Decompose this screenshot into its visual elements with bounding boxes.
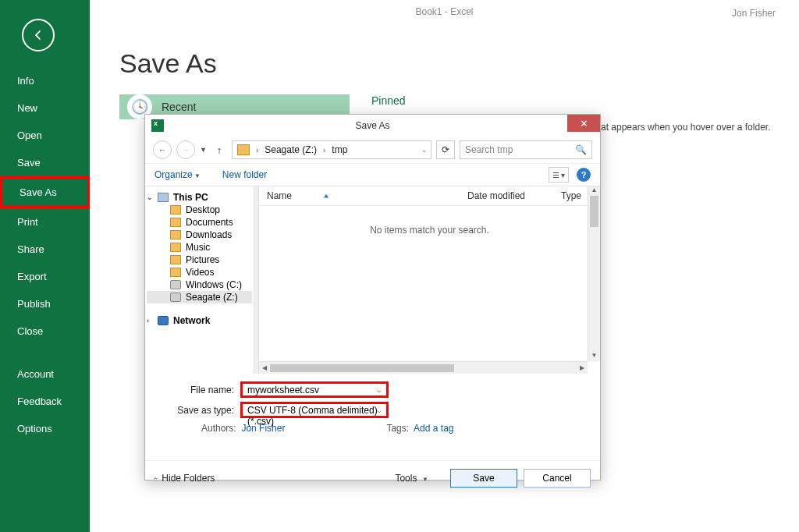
sidebar-item-feedback[interactable]: Feedback — [0, 388, 90, 415]
back-button[interactable] — [22, 19, 55, 51]
empty-message: No items match your search. — [259, 206, 600, 236]
dialog-titlebar: Save As ✕ — [145, 115, 600, 137]
nav-up-button[interactable]: ↑ — [211, 142, 227, 158]
backstage-sidebar: Info New Open Save Save As Print Share E… — [0, 0, 90, 532]
back-arrow-icon — [30, 27, 46, 43]
organize-menu[interactable]: Organize — [154, 169, 201, 180]
tree-drive-z[interactable]: Seagate (Z:) — [147, 291, 252, 303]
sidebar-item-open[interactable]: Open — [0, 122, 90, 149]
help-button[interactable]: ? — [577, 168, 591, 182]
tags-value[interactable]: Add a tag — [414, 423, 453, 434]
cancel-button[interactable]: Cancel — [524, 469, 591, 488]
tree-pictures[interactable]: Pictures — [147, 254, 252, 266]
column-headers: Name Date modified Type — [259, 186, 600, 206]
page-title: Save As — [119, 48, 799, 79]
sidebar-item-account[interactable]: Account — [0, 360, 90, 388]
sidebar-item-share[interactable]: Share — [0, 236, 90, 263]
col-date-header[interactable]: Date modified — [460, 186, 553, 205]
new-folder-button[interactable]: New folder — [222, 169, 267, 180]
excel-icon — [151, 119, 164, 132]
pinned-heading: Pinned — [371, 94, 406, 107]
search-placeholder: Search tmp — [465, 144, 513, 155]
filename-label: File name: — [154, 385, 240, 395]
save-as-dialog: Save As ✕ ← → ▼ ↑ › Seagate (Z:) › tmp ⌵… — [144, 114, 601, 481]
tree-downloads[interactable]: Downloads — [147, 229, 252, 241]
close-button[interactable]: ✕ — [567, 115, 600, 132]
authors-label: Authors: — [201, 423, 236, 434]
vertical-scrollbar[interactable]: ▲ ▼ — [588, 186, 600, 361]
pinned-hint-text: at appears when you hover over a folder. — [601, 122, 770, 133]
sidebar-item-new[interactable]: New — [0, 94, 90, 122]
folder-tree: ⌄This PC Desktop Documents Downloads Mus… — [145, 186, 254, 374]
sidebar-item-print[interactable]: Print — [0, 208, 90, 236]
sort-asc-icon — [323, 193, 329, 200]
scroll-down-icon: ▼ — [588, 352, 600, 361]
horizontal-scrollbar[interactable]: ◀ ▶ — [259, 361, 588, 374]
filename-input[interactable]: myworksheet.csv — [240, 381, 389, 398]
savetype-label: Save as type: — [154, 405, 240, 416]
window-title: Book1 - Excel — [90, 0, 799, 17]
nav-back-button[interactable]: ← — [153, 140, 172, 159]
col-name-header[interactable]: Name — [259, 186, 460, 205]
tree-music[interactable]: Music — [147, 241, 252, 254]
breadcrumb-folder[interactable]: tmp — [332, 144, 347, 155]
vscroll-thumb[interactable] — [590, 196, 598, 227]
tree-network[interactable]: ›Network — [147, 314, 252, 327]
tree-drive-c[interactable]: Windows (C:) — [147, 278, 252, 291]
hscroll-thumb[interactable] — [270, 364, 454, 372]
save-button[interactable]: Save — [450, 469, 517, 488]
tree-videos[interactable]: Videos — [147, 266, 252, 278]
hide-folders-toggle[interactable]: ‹ Hide Folders — [154, 473, 215, 484]
sidebar-item-options[interactable]: Options — [0, 415, 90, 442]
tags-label: Tags: — [386, 423, 409, 434]
tree-thispc[interactable]: ⌄This PC — [147, 191, 252, 204]
sidebar-item-export[interactable]: Export — [0, 263, 90, 290]
sidebar-item-save-as[interactable]: Save As — [0, 176, 90, 208]
breadcrumb-drive[interactable]: Seagate (Z:) — [265, 144, 317, 155]
savetype-select[interactable]: CSV UTF-8 (Comma delimited) (*.csv) — [240, 402, 389, 418]
scroll-right-icon: ▶ — [577, 364, 588, 371]
file-list-pane: Name Date modified Type No items match y… — [259, 186, 600, 374]
tree-desktop[interactable]: Desktop — [147, 204, 252, 216]
folder-icon — [237, 144, 250, 155]
nav-forward-button[interactable]: → — [176, 140, 195, 159]
search-icon: 🔍 — [575, 144, 587, 155]
sidebar-item-save[interactable]: Save — [0, 149, 90, 176]
tree-documents[interactable]: Documents — [147, 216, 252, 229]
scroll-left-icon: ◀ — [259, 364, 270, 371]
sidebar-item-info[interactable]: Info — [0, 67, 90, 94]
dialog-nav: ← → ▼ ↑ › Seagate (Z:) › tmp ⌵ ⟳ Search … — [145, 137, 600, 163]
refresh-button[interactable]: ⟳ — [436, 140, 455, 159]
search-input[interactable]: Search tmp 🔍 — [460, 140, 592, 159]
scroll-up-icon: ▲ — [588, 186, 600, 196]
view-options-button[interactable]: ☰ ▾ — [549, 167, 569, 183]
sidebar-item-close[interactable]: Close — [0, 317, 90, 345]
tools-menu[interactable]: Tools — [395, 473, 428, 484]
address-bar[interactable]: › Seagate (Z:) › tmp ⌵ — [232, 140, 431, 159]
recent-label: Recent — [162, 101, 196, 113]
chevron-up-icon: ‹ — [151, 477, 160, 479]
sidebar-item-publish[interactable]: Publish — [0, 290, 90, 317]
user-name-label: Jon Fisher — [732, 8, 776, 19]
dialog-title: Save As — [355, 120, 389, 131]
dialog-toolbar: Organize New folder ☰ ▾ ? — [145, 163, 600, 186]
